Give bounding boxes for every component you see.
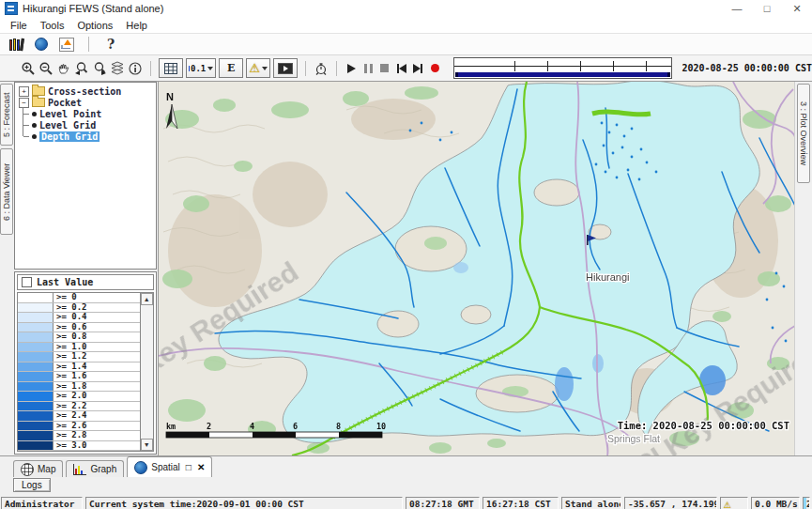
expand-icon[interactable] — [19, 86, 29, 97]
animation-display-button[interactable] — [273, 58, 298, 78]
last-value-checkbox[interactable] — [22, 277, 32, 287]
collapse-icon[interactable] — [19, 98, 29, 108]
go-to-start-button[interactable] — [394, 60, 408, 77]
zoom-in-icon[interactable] — [21, 60, 36, 77]
minimize-button[interactable]: — — [722, 1, 752, 17]
class-break-value: 0.1 — [191, 64, 206, 73]
node-bullet-icon — [32, 123, 37, 128]
scrollbar-track[interactable] — [141, 305, 153, 439]
status-memory: 2.5 GB — [803, 497, 810, 509]
node-bullet-icon — [32, 112, 37, 116]
legend-row: >= 1.2 — [18, 352, 140, 362]
legend-row: >= 2.0 — [18, 392, 140, 402]
tab-spatial[interactable]: Spatial □ ✕ — [127, 456, 212, 477]
longitudinal-section-button[interactable]: E — [219, 58, 243, 78]
tab-map[interactable]: Map — [13, 460, 63, 477]
filter-tree-panel: Cross-section Pocket Level Point — [14, 82, 157, 270]
database-icon[interactable] — [8, 36, 24, 53]
close-button[interactable]: ✕ — [782, 1, 812, 17]
status-bar: Administrator Current system time:2020-0… — [0, 496, 812, 509]
scroll-up-icon[interactable] — [141, 293, 153, 305]
tab-data-viewer[interactable]: 6 : Data Viewer — [0, 148, 13, 235]
tab-close-icon[interactable]: ✕ — [197, 462, 205, 472]
map-toolbar: 0.1 E ⚠ 2020-08-25 00:00:00 CST — [0, 55, 812, 82]
timeline-datetime: 2020-08-25 00:00:00 CST — [682, 63, 811, 73]
stop-button[interactable] — [377, 60, 391, 77]
svg-text:6: 6 — [293, 422, 298, 431]
tree-connector — [23, 114, 29, 115]
legend-color-swatch — [18, 352, 54, 362]
tree-node-level-grid[interactable]: Level Grid — [19, 119, 154, 131]
legend-header: Last Value — [17, 274, 154, 290]
grid-display-button[interactable] — [159, 58, 183, 78]
legend-color-swatch — [18, 422, 54, 431]
legend-rows: >= 0 >= 0.2 >= 0.4 — [18, 293, 140, 451]
animation-settings-icon[interactable] — [314, 60, 329, 77]
legend-color-swatch — [18, 392, 54, 401]
play-button[interactable] — [345, 60, 359, 77]
spatial-tab-icon — [134, 461, 147, 474]
menu-item[interactable]: Tools — [34, 20, 71, 31]
time-slider[interactable] — [453, 57, 672, 79]
tab-graph[interactable]: Graph — [66, 460, 124, 477]
tree-node-depth-grid[interactable]: Depth Grid — [19, 131, 154, 142]
map-canvas[interactable]: API Key Required API Key Required Hikura… — [159, 82, 794, 455]
legend-color-swatch — [18, 382, 54, 392]
maximize-button[interactable]: □ — [752, 1, 782, 17]
legend-color-swatch — [18, 362, 54, 372]
zoom-next-icon[interactable] — [92, 60, 107, 77]
tab-forecast[interactable]: 5 : Forecast — [0, 84, 13, 146]
legend-color-swatch — [18, 402, 54, 411]
right-tab-strip: 3 : Plot Overview — [794, 82, 812, 455]
menu-item[interactable]: Help — [119, 20, 154, 31]
help-icon[interactable]: ? — [102, 36, 119, 53]
class-break-dropdown[interactable]: 0.1 — [186, 58, 216, 78]
warning-icon: ⚠ — [249, 62, 260, 74]
pan-hand-icon[interactable] — [56, 60, 71, 77]
tree-connector — [23, 136, 29, 137]
logs-row: Logs — [0, 477, 812, 496]
status-coordinates: -35.657 , 174.199 — [624, 497, 717, 509]
tree-node-pocket[interactable]: Pocket — [19, 97, 154, 108]
dropdown-caret-icon — [262, 67, 268, 70]
status-warning[interactable]: ⚠ — [720, 497, 748, 509]
main-toolbar: ? — [0, 34, 812, 55]
logs-button[interactable]: Logs — [13, 478, 51, 492]
threshold-warning-dropdown[interactable]: ⚠ — [246, 58, 270, 78]
data-viewer-panel: Cross-section Pocket Level Point — [13, 82, 158, 455]
legend-row-label: >= 0.2 — [54, 303, 140, 313]
tab-plot-overview[interactable]: 3 : Plot Overview — [797, 84, 810, 183]
zoom-out-icon[interactable] — [38, 60, 54, 77]
legend-table: >= 0 >= 0.2 >= 0.4 — [17, 292, 154, 452]
legend-color-swatch — [18, 441, 54, 451]
tree-node-cross-section[interactable]: Cross-section — [19, 85, 154, 97]
legend-row: >= 1.6 — [18, 372, 140, 382]
record-button[interactable] — [428, 60, 442, 77]
menu-item[interactable]: Options — [70, 20, 119, 31]
legend-row-label: >= 0.8 — [54, 332, 140, 342]
graph-tab-icon — [73, 464, 86, 475]
map-view: API Key Required API Key Required Hikura… — [158, 82, 794, 455]
folder-icon — [32, 86, 45, 96]
legend-color-swatch — [18, 343, 54, 352]
tab-maximize-icon[interactable]: □ — [186, 462, 192, 472]
legend-row-label: >= 3.0 — [54, 441, 140, 451]
legend-color-swatch — [18, 293, 54, 302]
scroll-down-icon[interactable] — [141, 439, 153, 451]
pause-button[interactable] — [361, 60, 375, 77]
menu-item[interactable]: File — [4, 20, 34, 31]
map-time-overlay: Time: 2020-08-25 00:00:00 CST — [617, 420, 789, 431]
status-transfer-rate: 0.0 MB/s — [751, 497, 800, 509]
tree-node-level-point[interactable]: Level Point — [19, 108, 154, 119]
legend-row-label: >= 1.2 — [54, 352, 140, 362]
legend-row: >= 0.4 — [18, 313, 140, 323]
status-mode: Stand alone — [561, 497, 621, 509]
map-display-icon[interactable] — [33, 36, 50, 53]
go-to-end-button[interactable] — [411, 60, 425, 77]
zoom-previous-icon[interactable] — [74, 60, 89, 77]
interpolation-icon[interactable] — [58, 36, 75, 53]
legend-scrollbar[interactable] — [140, 293, 153, 451]
dropdown-caret-icon — [207, 67, 213, 70]
info-icon[interactable] — [128, 60, 143, 77]
layers-icon[interactable] — [110, 60, 125, 77]
